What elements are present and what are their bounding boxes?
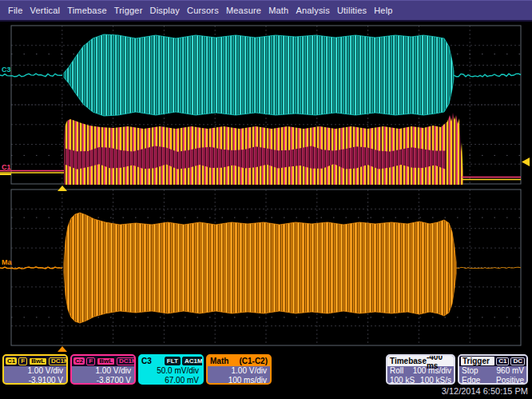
trace-c3-burst [64,34,454,116]
trigger-label: Trigger [461,357,494,365]
menu-measure[interactable]: Measure [226,6,261,15]
c2-badge-dc1m: DC1M [117,357,136,365]
timebase-rate: 100 kS/s [420,376,451,385]
math-header: Math (C1-C2) [208,356,270,366]
timebase-label: Timebase [390,357,427,365]
math-time-per-div: 100 ms/div [209,376,267,385]
menu-vertical[interactable]: Vertical [30,6,61,15]
trigger-time-marker-bottom[interactable] [58,346,67,352]
c2-header: C2 F BwL DC1M [72,356,134,366]
c3-volts-per-div: 50.0 mV/div [141,366,199,376]
c1-badge-f: F [18,357,27,365]
trace-label-c1[interactable]: C1 [2,164,11,171]
c1-badge-dc1m: DC1M [49,357,68,365]
trigger-slope: Positive [496,376,524,385]
math-label: Math [210,357,228,365]
c3-badge-ac1m: AC1M [182,357,204,365]
timebase-title: Timebase -400 ms [387,356,454,366]
menu-file[interactable]: File [8,6,23,15]
trace-math-burst [64,213,456,323]
waveform-display [0,0,532,399]
trigger-state: Stop [462,366,478,376]
timebase-descriptor[interactable]: Timebase -400 ms Roll 100 ms/div 100 kS … [386,354,455,385]
trigger-time-marker-top[interactable] [58,186,67,191]
c2-label: C2 [73,357,85,365]
menu-utilities[interactable]: Utilities [337,6,367,15]
channel-descriptor-c2[interactable]: C2 F BwL DC1M 1.00 V/div -3.8700 V [70,354,136,385]
math-volts-per-div: 1.00 V/div [209,366,267,376]
math-function: (C1-C2) [239,357,268,365]
trigger-level: 960 mV [497,366,524,376]
c3-badge-flt: FLT [165,357,181,365]
status-bar: C1 F BwL DC1M 1.00 V/div -3.9100 V C2 F … [0,352,532,399]
trace-c3-baseline [0,74,62,77]
trace-label-c1-underline [0,174,11,175]
trigger-type: Edge [462,376,480,385]
c1-offset: -3.9100 V [6,376,63,385]
c1-header: C1 F BwL DC1M [4,356,66,366]
channel-descriptor-math[interactable]: Math (C1-C2) 1.00 V/div 100 ms/div [206,354,272,385]
c2-badge-bwl: BwL [97,357,115,365]
oscilloscope-screen: File Vertical Timebase Trigger Display C… [0,0,532,399]
c1-volts-per-div: 1.00 V/div [6,366,63,376]
c2-badge-f: F [86,357,95,365]
menu-analysis[interactable]: Analysis [296,6,330,15]
c2-volts-per-div: 1.00 V/div [73,366,131,376]
channel-descriptor-c3[interactable]: C3 FLT AC1M 50.0 mV/div 67.00 mV [138,354,204,385]
menu-cursors[interactable]: Cursors [187,6,219,15]
menu-bar: File Vertical Timebase Trigger Display C… [0,0,532,22]
menu-display[interactable]: Display [150,6,180,15]
c3-label: C3 [141,357,152,365]
menu-trigger[interactable]: Trigger [114,6,143,15]
c3-header: C3 FLT AC1M [140,356,202,366]
trigger-source-badge: C1 [496,357,509,365]
timebase-mode: Roll [390,366,403,376]
channel-descriptor-c1[interactable]: C1 F BwL DC1M 1.00 V/div -3.9100 V [2,354,68,385]
trigger-level-marker[interactable] [522,158,530,166]
c1-badge-bwl: BwL [29,357,47,365]
c3-offset: 67.00 mV [141,376,199,385]
trace-label-math[interactable]: Ma [2,259,12,266]
datetime-display: 3/12/2014 6:50:15 PM [442,386,528,396]
menu-timebase[interactable]: Timebase [67,6,107,15]
trigger-coupling-badge: DC [510,357,525,365]
menu-help[interactable]: Help [374,6,392,15]
c2-offset: -3.8700 V [73,376,131,385]
timebase-tdiv: 100 ms/div [413,366,451,376]
trigger-descriptor[interactable]: Trigger C1 DC Stop 960 mV Edge Positive [458,354,528,385]
trigger-title: Trigger C1 DC [459,356,526,366]
timebase-samples: 100 kS [390,376,415,385]
menu-math[interactable]: Math [268,6,288,15]
c1-label: C1 [6,357,17,365]
trace-label-c3[interactable]: C3 [2,66,11,74]
